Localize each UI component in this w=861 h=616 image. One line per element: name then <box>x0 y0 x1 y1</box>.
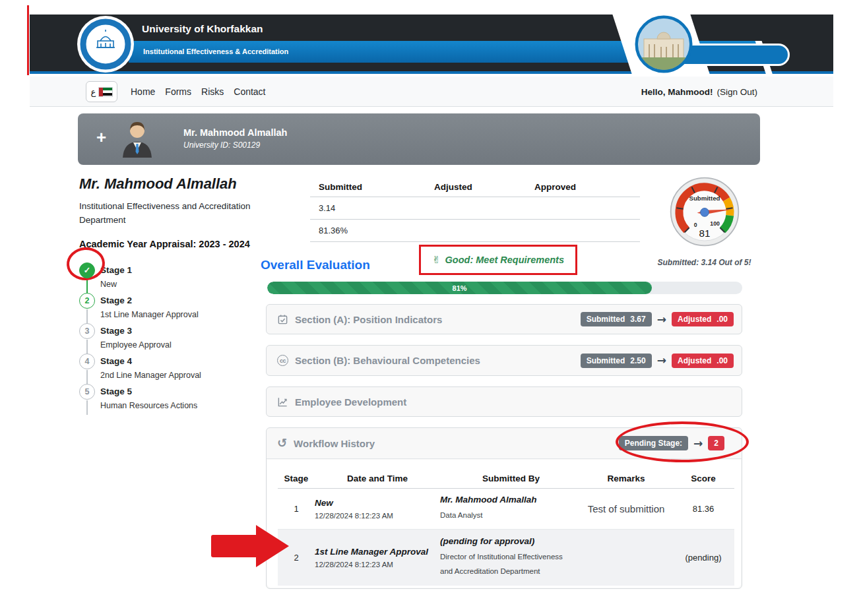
col-date-time: Date and Time <box>315 474 440 483</box>
profile-department: Institutional Effectiveness and Accredit… <box>79 200 259 228</box>
history-icon: ↺ <box>277 437 287 449</box>
adjusted-badge: Adjusted .00 <box>672 354 734 368</box>
stage-item-3: 3 Stage 3 Employee Approval <box>79 323 271 354</box>
row-datetime: 12/28/2024 8:12:23 AM <box>315 561 440 569</box>
stage-5-indicator: 5 <box>79 384 95 400</box>
header-tagline: Institutional Effectiveness & Accreditat… <box>143 47 288 55</box>
gauge-hub <box>701 208 709 217</box>
language-toggle-button[interactable]: ع <box>86 81 117 102</box>
stage-title: Stage 3 <box>100 323 271 336</box>
nav-links: Home Forms Risks Contact <box>131 77 266 107</box>
workflow-history-card: ↺ Workflow History Pending Stage: → 2 St… <box>266 427 742 589</box>
main-navbar: ع Home Forms Risks Contact Hello, Mahmoo… <box>30 77 833 107</box>
gauge-caption: Submitted: 3.14 Out of 5! <box>650 258 759 267</box>
adjusted-badge-label: Adjusted <box>678 356 711 365</box>
workflow-row-2: 2 1st Line Manager Approval 12/28/2024 8… <box>278 530 734 586</box>
submitted-score: 3.14 <box>310 203 426 213</box>
stage-3-indicator: 3 <box>79 323 95 339</box>
stage-subtitle: Employee Approval <box>100 340 271 350</box>
row-score: (pending) <box>670 553 736 563</box>
arrow-right-icon: → <box>657 314 666 325</box>
col-approved: Approved <box>526 182 640 192</box>
stage-item-1: ✓ Stage 1 New <box>79 262 271 293</box>
workflow-row-1: 1 New 12/28/2024 8:12:23 AM Mr. Mahmood … <box>278 489 734 530</box>
col-stage: Stage <box>278 474 315 483</box>
row-action: 1st Line Manager Approval <box>315 547 440 557</box>
pending-stage-number: 2 <box>714 439 718 448</box>
nav-link-home[interactable]: Home <box>131 86 155 97</box>
appraisal-years: 2023 - 2024 <box>199 239 249 249</box>
submitted-badge-label: Submitted <box>587 315 625 324</box>
arrow-right-icon: → <box>657 355 666 366</box>
row-action: New <box>315 498 440 508</box>
user-greeting: Hello, Mahmood! <box>641 87 713 97</box>
workflow-table-header: Stage Date and Time Submitted By Remarks… <box>278 468 734 489</box>
overall-progress-bar: 81% <box>267 282 742 294</box>
peace-hand-icon: ✌ <box>432 254 441 266</box>
overall-rating-annotated-box: ✌ Good: Meet Requirements <box>419 245 577 275</box>
employee-avatar <box>120 119 154 159</box>
pending-stage-label-badge: Pending Stage: <box>619 436 688 450</box>
nav-link-contact[interactable]: Contact <box>234 86 265 97</box>
progress-label: 81% <box>453 284 467 292</box>
employee-name: Mr. Mahmood Almallah <box>183 127 287 138</box>
row-stage-number: 2 <box>278 553 315 563</box>
account-area: Hello, Mahmood! (Sign Out) <box>641 77 757 107</box>
nav-link-risks[interactable]: Risks <box>201 86 224 97</box>
app-header: University of Khorfakkan Institutional E… <box>30 15 833 74</box>
arrow-right-icon: → <box>693 438 703 449</box>
section-b-title: Section (B): Behavioural Competencies <box>295 355 480 366</box>
pending-stage-label: Pending Stage: <box>625 439 682 448</box>
submitted-score-gauge: Submitted 0 100 81 <box>668 175 741 248</box>
pending-stage-number-badge: 2 <box>708 436 724 450</box>
section-b-header[interactable]: cc Section (B): Behavioural Competencies… <box>267 346 742 375</box>
employee-development-header[interactable]: Employee Development <box>267 387 742 416</box>
chart-line-icon <box>277 396 288 408</box>
overall-rating-text: Good: Meet Requirements <box>445 255 564 265</box>
annotation-red-line <box>27 5 29 75</box>
row-action-cell: New 12/28/2024 8:12:23 AM <box>315 498 440 520</box>
section-a-header[interactable]: Section (A): Position Indicators Submitt… <box>267 305 742 334</box>
employee-development-card: Employee Development <box>266 386 742 417</box>
university-id-value: S00129 <box>233 140 260 150</box>
university-id-label: University ID: <box>183 140 230 150</box>
submitted-badge-value: 2.50 <box>630 356 645 365</box>
employee-development-title: Employee Development <box>295 396 406 408</box>
section-b-card: cc Section (B): Behavioural Competencies… <box>266 345 742 376</box>
gauge-min: 0 <box>694 222 697 228</box>
calendar-check-icon <box>277 314 288 325</box>
row-submitted-by: Mr. Mahmood Almallah <box>440 495 582 505</box>
workflow-history-body: Stage Date and Time Submitted By Remarks… <box>267 460 741 588</box>
stage-1-check-icon: ✓ <box>79 262 95 278</box>
section-a-badges: Submitted 3.67 → Adjusted .00 <box>581 312 734 326</box>
submitted-badge: Submitted 2.50 <box>581 354 652 368</box>
score-summary-table: Submitted Adjusted Approved 3.14 81.36% <box>310 177 640 242</box>
stage-item-4: 4 Stage 4 2nd Line Manager Approval <box>79 354 271 384</box>
university-seal-logo <box>77 16 134 73</box>
col-submitted: Submitted <box>310 182 426 192</box>
appraisal-label: Academic Year Appraisal: <box>79 239 196 249</box>
stage-subtitle: New <box>100 280 271 289</box>
nav-link-forms[interactable]: Forms <box>165 86 191 97</box>
stage-title: Stage 1 <box>100 262 271 275</box>
expand-button[interactable]: + <box>96 129 106 146</box>
sign-out-link[interactable]: (Sign Out) <box>717 87 757 97</box>
row-submitter-role: Director of Institutional Effectiveness … <box>440 550 575 579</box>
col-remarks: Remarks <box>582 474 670 483</box>
campus-photo <box>635 15 693 73</box>
appraisal-year: Academic Year Appraisal: 2023 - 2024 <box>79 239 271 249</box>
cc-circle-icon: cc <box>277 355 288 366</box>
score-row-percent: 81.36% <box>310 219 640 241</box>
stage-title: Stage 2 <box>100 293 271 305</box>
gauge-label: Submitted <box>689 195 720 202</box>
adjusted-badge-value: .00 <box>717 356 728 365</box>
stage-timeline: ✓ Stage 1 New 2 Stage 2 1st Line Manager… <box>79 262 271 414</box>
submitted-badge-label: Submitted <box>587 356 625 365</box>
progress-fill: 81% <box>267 282 652 294</box>
profile-name: Mr. Mahmood Almallah <box>79 175 271 193</box>
row-submitted-by-cell: (pending for approval) Director of Insti… <box>440 536 582 579</box>
col-submitted-by: Submitted By <box>440 474 582 483</box>
section-a-card: Section (A): Position Indicators Submitt… <box>266 304 742 334</box>
workflow-history-header[interactable]: ↺ Workflow History Pending Stage: → 2 <box>267 428 742 459</box>
row-stage-number: 1 <box>278 504 315 514</box>
